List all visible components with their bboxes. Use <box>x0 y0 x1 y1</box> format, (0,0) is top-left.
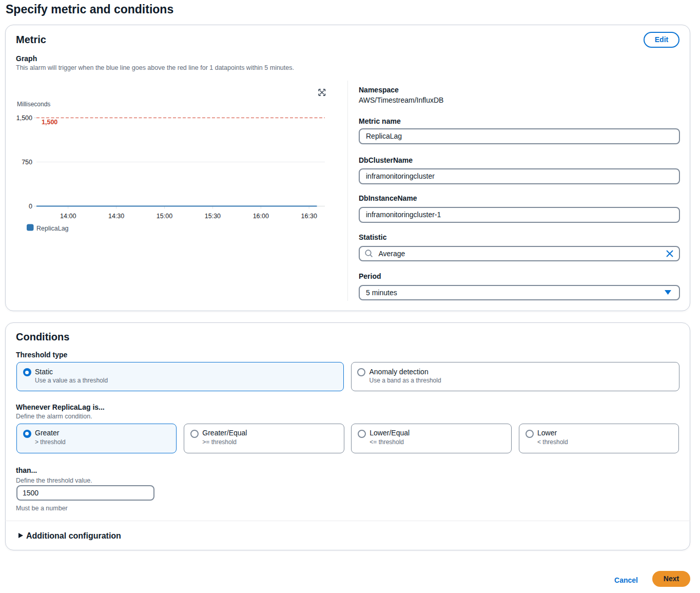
svg-text:15:00: 15:00 <box>157 213 172 220</box>
svg-text:0: 0 <box>29 203 32 210</box>
svg-text:1,500: 1,500 <box>16 114 32 122</box>
svg-text:750: 750 <box>22 159 32 166</box>
svg-text:Milliseconds: Milliseconds <box>17 101 50 108</box>
svg-text:14:30: 14:30 <box>108 213 124 220</box>
svg-text:1,500: 1,500 <box>42 119 57 126</box>
svg-text:16:00: 16:00 <box>253 213 269 220</box>
svg-text:15:30: 15:30 <box>205 213 221 220</box>
svg-text:14:00: 14:00 <box>60 213 76 220</box>
svg-text:16:30: 16:30 <box>301 213 317 220</box>
svg-text:ReplicaLag: ReplicaLag <box>36 225 69 232</box>
